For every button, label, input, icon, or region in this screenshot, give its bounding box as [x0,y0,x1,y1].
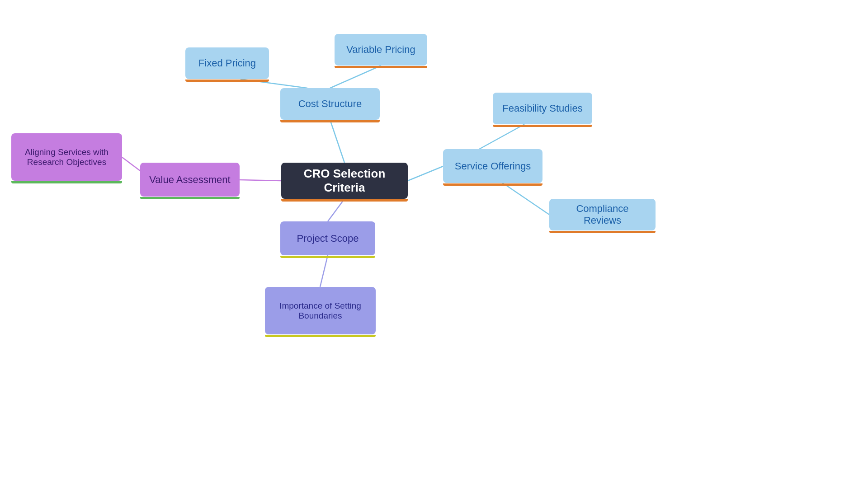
svg-line-9 [320,255,328,287]
svg-line-6 [240,180,281,181]
compliance-reviews-node[interactable]: Compliance Reviews [549,199,656,230]
svg-line-0 [330,120,344,163]
cost-structure-node[interactable]: Cost Structure [280,88,380,120]
value-assessment-node[interactable]: Value Assessment [140,163,240,197]
importance-setting-node[interactable]: Importance of Setting Boundaries [265,287,376,334]
fixed-pricing-node[interactable]: Fixed Pricing [185,47,269,79]
center-node[interactable]: CRO Selection Criteria [281,163,408,199]
service-offerings-node[interactable]: Service Offerings [443,149,542,183]
svg-line-8 [328,199,344,221]
svg-line-3 [408,166,443,181]
variable-pricing-node[interactable]: Variable Pricing [335,34,427,66]
aligning-services-node[interactable]: Aligning Services with Research Objectiv… [11,133,122,181]
project-scope-node[interactable]: Project Scope [280,221,375,255]
svg-line-7 [122,157,140,171]
svg-line-4 [479,124,524,149]
svg-line-2 [330,66,381,88]
feasibility-studies-node[interactable]: Feasibility Studies [493,93,592,124]
